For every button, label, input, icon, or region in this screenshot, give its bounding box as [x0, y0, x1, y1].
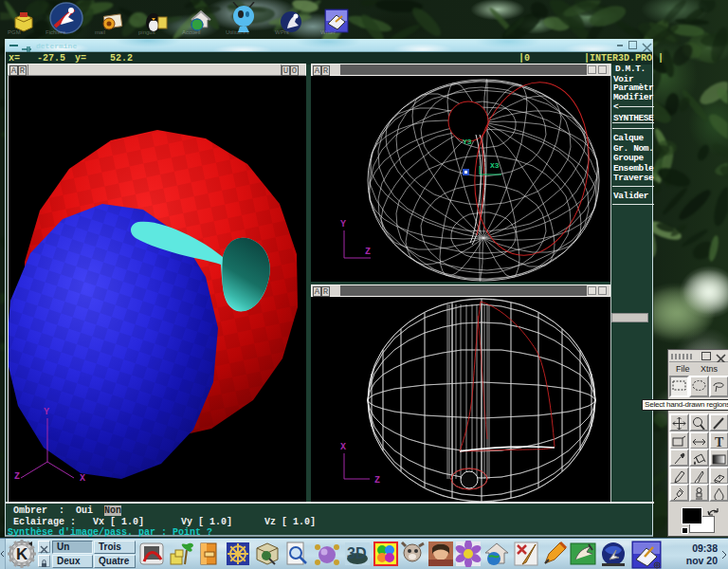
svg-text:K: K	[16, 545, 28, 563]
svg-text:Z: Z	[374, 475, 380, 486]
svg-text:Y3: Y3	[463, 138, 472, 146]
svg-text:Z: Z	[365, 247, 371, 257]
svg-text:Y: Y	[44, 407, 49, 417]
svg-text:X: X	[80, 473, 85, 484]
svg-text:X3: X3	[490, 161, 500, 170]
svg-text:X: X	[340, 442, 346, 452]
svg-text:3D: 3D	[347, 545, 366, 561]
svg-text:Z: Z	[14, 471, 20, 482]
svg-text:Y: Y	[340, 219, 346, 229]
svg-text:T: T	[715, 435, 724, 450]
